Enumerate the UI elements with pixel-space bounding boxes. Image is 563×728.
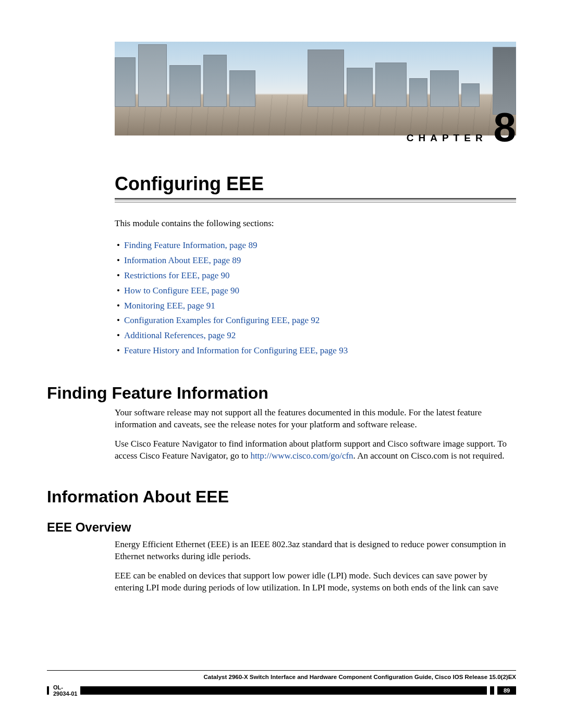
toc-link[interactable]: How to Configure EEE, page 90 <box>124 286 239 295</box>
body-text: Energy Efficient Ethernet (EEE) is an IE… <box>115 539 516 563</box>
subsection-heading-overview: EEE Overview <box>47 520 516 535</box>
toc-link[interactable]: Restrictions for EEE, page 90 <box>124 270 230 280</box>
toc-link[interactable]: Finding Feature Information, page 89 <box>124 240 257 250</box>
footer-doc-number: OL-29034-01 <box>53 684 80 697</box>
title-rule-thin2 <box>115 202 516 203</box>
body-text: Your software release may not support al… <box>115 407 516 431</box>
title-rule-thin <box>115 201 516 201</box>
chapter-label: CHAPTER <box>407 132 487 144</box>
intro-text: This module contains the following secti… <box>115 218 516 229</box>
footer-bar <box>80 686 487 695</box>
section-heading-iae: Information About EEE <box>47 487 516 507</box>
toc-link[interactable]: Monitoring EEE, page 91 <box>124 301 215 311</box>
toc-list: Finding Feature Information, page 89 Inf… <box>115 238 516 359</box>
section-heading-ffi: Finding Feature Information <box>47 384 516 403</box>
footer-bar-short <box>490 686 494 695</box>
page-number: 89 <box>497 686 516 695</box>
body-text: EEE can be enabled on devices that suppo… <box>115 570 516 594</box>
page-footer: Catalyst 2960-X Switch Interface and Har… <box>47 670 516 697</box>
toc-link[interactable]: Additional References, page 92 <box>124 330 236 340</box>
page-title: Configuring EEE <box>115 173 516 195</box>
chapter-number: 8 <box>494 113 516 142</box>
footer-doc-title: Catalyst 2960-X Switch Interface and Har… <box>47 674 516 680</box>
title-rule <box>115 198 516 200</box>
cfn-link[interactable]: http://www.cisco.com/go/cfn <box>250 451 353 461</box>
footer-tick-icon <box>47 686 49 695</box>
chapter-banner-image <box>115 42 516 135</box>
body-text-fragment: . An account on Cisco.com is not require… <box>353 451 505 461</box>
body-text: Use Cisco Feature Navigator to find info… <box>115 438 516 462</box>
toc-link[interactable]: Configuration Examples for Configuring E… <box>124 315 320 325</box>
toc-link[interactable]: Information About EEE, page 89 <box>124 255 241 265</box>
toc-link[interactable]: Feature History and Information for Conf… <box>124 346 348 355</box>
